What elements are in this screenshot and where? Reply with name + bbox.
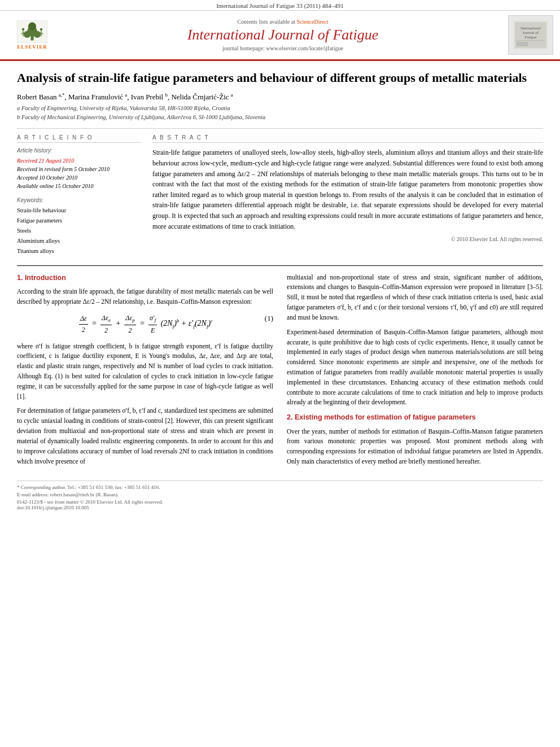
svg-text:International: International [520,26,541,30]
section1-title: 1. Introduction [17,273,273,283]
svg-text:Fatigue: Fatigue [525,35,537,40]
svg-text:Journal of: Journal of [523,30,539,35]
body-section: 1. Introduction According to the strain … [17,265,543,471]
authors-line: Robert Basan a,*, Marina Franulović a, I… [17,92,543,102]
revised-date: Received in revised form 5 October 2010 [17,165,141,173]
article-info-col: A R T I C L E I N F O Article history: R… [17,134,141,256]
body-right-col: multiaxial and non-proportional state of… [287,273,543,471]
equation-number-1: (1) [265,313,273,324]
abstract-header: A B S T R A C T [152,134,543,143]
section2-title: 2. Existing methods for estimation of fa… [287,412,543,423]
svg-point-3 [24,31,30,38]
body-section2-p1: Over the years, number of methods for es… [287,427,543,467]
sciencedirect-line: Contents lists available at ScienceDirec… [58,19,508,25]
keywords-section: Keywords: Strain-life behaviour Fatigue … [17,197,141,256]
footer-issn: 0142-1123/$ - see front matter © 2010 El… [17,499,543,505]
doi-text: doi:10.1016/j.ijfatigue.2010.10.005 [17,505,89,510]
page-footer: * Corresponding author. Tel.: +385 51 65… [17,480,543,510]
elsevier-wordmark: ELSEVIER [17,44,47,50]
journal-name: International Journal of Fatigue [58,26,508,43]
sciencedirect-link[interactable]: ScienceDirect [296,19,328,25]
svg-point-10 [40,28,42,30]
equation-1-content: Δε 2 = Δεe 2 + Δεp 2 [77,313,213,336]
affiliation-b: b Faculty of Mechanical Engineering, Uni… [17,113,543,122]
body-intro-p1: According to the strain life approach, t… [17,287,273,307]
keyword-3: Steels [17,226,141,236]
journal-homepage: journal homepage: www.elsevier.com/locat… [58,45,508,51]
article-history: Received 21 August 2010 Received in revi… [17,156,141,190]
article-info-header: A R T I C L E I N F O [17,134,141,143]
equation-1: Δε 2 = Δεe 2 + Δεp 2 [17,313,273,336]
body-two-col: 1. Introduction According to the strain … [17,273,543,471]
affiliations: a Faculty of Engineering, University of … [17,104,543,122]
received-date: Received 21 August 2010 [17,156,141,165]
keyword-4: Aluminium alloys [17,236,141,246]
keywords-list: Strain-life behaviour Fatigue parameters… [17,206,141,256]
keyword-5: Titanium alloys [17,246,141,256]
abstract-col: A B S T R A C T Strain-life fatigue para… [152,134,543,256]
journal-reference-bar: International Journal of Fatigue 33 (201… [0,0,560,11]
body-intro-p2: where σ′f is fatigue strength coefficien… [17,342,273,402]
keyword-1: Strain-life behaviour [17,206,141,216]
body-right-p1: multiaxial and non-proportional state of… [287,273,543,323]
svg-point-5 [28,23,36,30]
history-label: Article history: [17,147,141,154]
issn-text: 0142-1123/$ - see front matter © 2010 El… [17,499,163,505]
elsevier-tree-icon [15,20,49,43]
keywords-label: Keywords: [17,197,141,203]
body-right-p2: Experiment-based determination of Basqui… [287,327,543,408]
affiliation-a: a Faculty of Engineering, University of … [17,104,543,113]
elsevier-logo-left: ELSEVIER [7,20,58,50]
main-content: Analysis of strain-life fatigue paramete… [0,61,560,522]
sciencedirect-label: Contents lists available at [237,19,295,25]
svg-point-4 [34,31,41,38]
journal-reference-text: International Journal of Fatigue 33 (201… [216,2,344,9]
footer-doi: doi:10.1016/j.ijfatigue.2010.10.005 [17,505,543,510]
abstract-text: Strain-life fatigue parameters of unallo… [152,147,543,231]
journal-cover-icon: International Journal of Fatigue [514,21,548,49]
footnote-asterisk: * Corresponding author. Tel.: +385 51 65… [17,484,543,490]
asterisk-note: * Corresponding author. Tel.: +385 51 65… [17,484,160,490]
email-note: E-mail address: robert.basan@riteh.hr (R… [17,492,119,497]
accepted-date: Accepted 10 October 2010 [17,173,141,182]
body-left-col: 1. Introduction According to the strain … [17,273,273,471]
author-sup-a: a,* [59,92,65,98]
body-intro-p3: For determination of fatigue parameters … [17,406,273,466]
online-date: Available online 15 October 2010 [17,182,141,190]
copyright-line: © 2010 Elsevier Ltd. All rights reserved… [152,236,543,242]
article-title: Analysis of strain-life fatigue paramete… [17,70,543,86]
article-info-abstract: A R T I C L E I N F O Article history: R… [17,128,543,256]
journal-title-center: Contents lists available at ScienceDirec… [58,19,508,51]
footnote-email: E-mail address: robert.basan@riteh.hr (R… [17,492,543,497]
author-robert: Robert Basan [17,93,59,101]
svg-rect-20 [517,42,528,46]
svg-point-6 [22,28,24,30]
journal-logo-right: International Journal of Fatigue [508,15,553,55]
journal-header: ELSEVIER Contents lists available at Sci… [0,11,560,61]
keyword-2: Fatigue parameters [17,216,141,226]
